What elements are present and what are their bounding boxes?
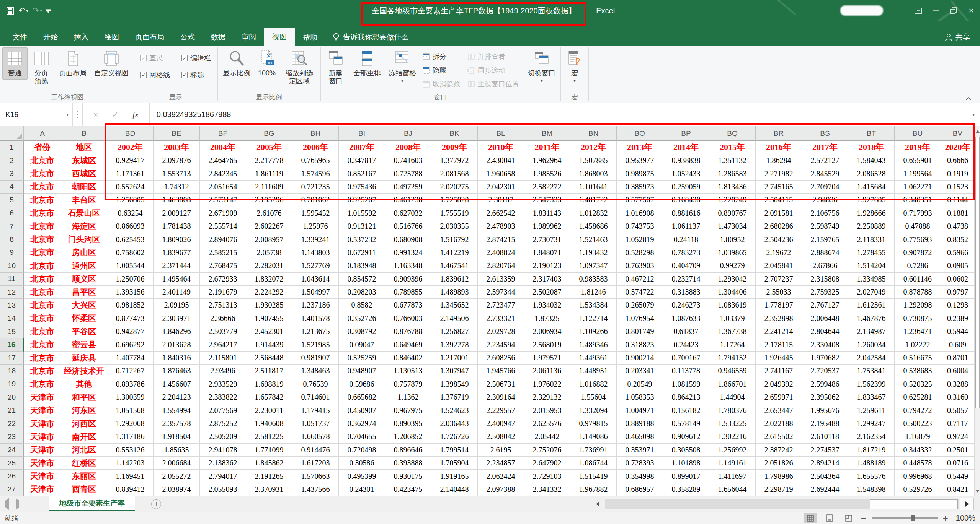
cell-BM17[interactable]: 1.979571 [524,352,570,365]
cell-BS15[interactable]: 2.804644 [802,325,848,338]
cell-BQ15[interactable]: 1.367738 [709,325,756,338]
cell-BQ21[interactable]: 1.780376 [709,404,756,417]
cell-A11[interactable]: 北京市 [24,273,61,286]
cell-year-BN[interactable]: 2012年 [570,141,617,154]
cell-BN15[interactable]: 1.109266 [570,325,617,338]
cell-BO3[interactable]: 0.989875 [617,167,663,180]
cell-BH22[interactable]: 1.051737 [292,417,339,430]
cell-BU7[interactable]: 0.47888 [895,220,941,233]
cell-B5[interactable]: 丰台区 [61,194,107,207]
cell-BU20[interactable]: 0.625281 [895,391,941,404]
cell-BI25[interactable]: 0.30586 [339,457,385,470]
cell-BQ20[interactable]: 1.44904 [709,391,756,404]
cell-BG10[interactable]: 2.282031 [246,259,292,272]
cell-BG14[interactable]: 1.907455 [246,312,292,325]
cell-BT3[interactable]: 2.086528 [848,167,895,180]
cell-BK10[interactable]: 1.467541 [431,259,478,272]
page-layout-view-button[interactable]: 页面布局 [55,47,90,80]
cancel-entry-button[interactable]: × [93,110,98,119]
cell-BU3[interactable]: 1.199564 [895,167,941,180]
cell-BG18[interactable]: 2.511817 [246,365,292,378]
hscroll-right-button[interactable] [960,498,974,510]
column-header-BT[interactable]: BT [848,126,895,141]
cell-BQ16[interactable]: 1.17264 [709,338,756,351]
cell-BV23[interactable]: 0.9724 [941,430,975,443]
cell-BD10[interactable]: 1.005544 [107,259,154,272]
cell-BO7[interactable]: 0.743753 [617,220,663,233]
cell-BV20[interactable]: 0.3160 [941,391,975,404]
cell-BE18[interactable]: 1.876463 [154,365,200,378]
cell-BJ12[interactable]: 0.789855 [385,286,431,299]
column-header-BR[interactable]: BR [756,126,802,141]
cell-BJ25[interactable]: 0.393888 [385,457,431,470]
formula-bar-handle[interactable] [73,103,83,126]
cell-BV17[interactable]: 0.8701 [941,352,975,365]
cell-BI27[interactable]: 0.24301 [339,483,385,496]
cell-BG4[interactable]: 2.111609 [246,181,292,194]
row-header-11[interactable]: 11 [0,273,24,286]
cell-BD7[interactable]: 0.866093 [107,220,154,233]
cell-BR25[interactable]: 2.051826 [756,457,802,470]
cell-BS12[interactable]: 2.759325 [802,286,848,299]
cell-BH5[interactable]: 0.781062 [292,194,339,207]
cell-BH21[interactable]: 1.179415 [292,404,339,417]
cell-BM22[interactable]: 2.625576 [524,417,570,430]
cell-BD5[interactable]: 1.256805 [107,194,154,207]
cell-BJ26[interactable]: 0.930175 [385,470,431,483]
row-header-6[interactable]: 6 [0,207,24,220]
cell-BR10[interactable]: 2.045841 [756,259,802,272]
cell-BV18[interactable]: 0.6004 [941,365,975,378]
cell-BN8[interactable]: 1.521463 [570,233,617,246]
cell-BV6[interactable]: 0.1881 [941,207,975,220]
cell-A26[interactable]: 天津市 [24,470,61,483]
cell-BO10[interactable]: 0.763903 [617,259,663,272]
cell-BU21[interactable]: 0.794272 [895,404,941,417]
cell-A13[interactable]: 北京市 [24,299,61,312]
cell-BF5[interactable]: 2.573147 [200,194,246,207]
zoom-slider[interactable] [872,517,938,519]
cell-BM24[interactable]: 2.752076 [524,444,570,457]
cell-BK24[interactable]: 1.799514 [431,444,478,457]
cell-BU15[interactable]: 1.236471 [895,325,941,338]
tab-data[interactable]: 数据 [203,28,234,46]
cell-BM4[interactable]: 2.582272 [524,181,570,194]
cell-BI16[interactable]: 0.09047 [339,338,385,351]
cell-BD23[interactable]: 1.317186 [107,430,154,443]
cell-BE6[interactable]: 2.009127 [154,207,200,220]
cell-A15[interactable]: 北京市 [24,325,61,338]
cell-BT11[interactable]: 1.334985 [848,273,895,286]
cell-BR5[interactable]: 2.504115 [756,194,802,207]
cell-BE10[interactable]: 2.371444 [154,259,200,272]
column-header-BD[interactable]: BD [107,126,154,141]
restore-button[interactable] [945,0,962,21]
zoom-in-button[interactable]: + [943,514,948,523]
cell-BL23[interactable]: 2.508042 [478,430,524,443]
cell-BN23[interactable]: 1.149086 [570,430,617,443]
cell-year-BE[interactable]: 2003年 [154,141,200,154]
cell-BK9[interactable]: 1.412219 [431,246,478,259]
cell-BO16[interactable]: 0.318823 [617,338,663,351]
cell-BP5[interactable]: 0.168438 [663,194,709,207]
cell-BG17[interactable]: 2.568448 [246,352,292,365]
cell-BO9[interactable]: 0.528298 [617,246,663,259]
cell-BO12[interactable]: 0.574722 [617,286,663,299]
cell-year-BS[interactable]: 2017年 [802,141,848,154]
cell-BK16[interactable]: 1.392278 [431,338,478,351]
cell-BE19[interactable]: 1.456607 [154,378,200,391]
cell-BM18[interactable]: 2.061136 [524,365,570,378]
cell-B6[interactable]: 石景山区 [61,207,107,220]
cell-BH13[interactable]: 1.237186 [292,299,339,312]
cell-BS10[interactable]: 2.67866 [802,259,848,272]
cell-BR14[interactable]: 2.352898 [756,312,802,325]
cell-BF16[interactable]: 2.964217 [200,338,246,351]
cell-BI17[interactable]: 0.525259 [339,352,385,365]
cell-BG27[interactable]: 2.370931 [246,483,292,496]
cell-BV2[interactable]: 0.6666 [941,154,975,167]
cell-BJ14[interactable]: 0.766003 [385,312,431,325]
cell-BH18[interactable]: 1.348463 [292,365,339,378]
cell-year-BG[interactable]: 2005年 [246,141,292,154]
cell-BR23[interactable]: 2.615502 [756,430,802,443]
cell-BH6[interactable]: 1.595452 [292,207,339,220]
cell-BT25[interactable]: 1.488189 [848,457,895,470]
name-box[interactable]: K16 ▾ [0,103,73,126]
